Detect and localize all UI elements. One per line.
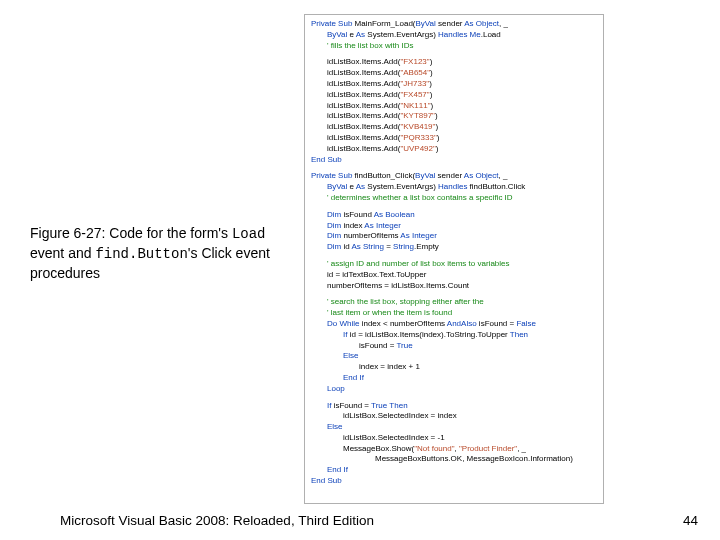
caption-text-2: event and [30, 245, 95, 261]
caption-text: Figure 6-27: Code for the form's [30, 225, 232, 241]
caption-code-2: find.Button [95, 246, 187, 262]
code-listing: Private Sub MainForm_Load(ByVal sender A… [304, 14, 604, 504]
caption-code-1: Load [232, 226, 266, 242]
figure-caption: Figure 6-27: Code for the form's Load ev… [30, 224, 295, 283]
page-number: 44 [683, 513, 698, 528]
footer-book-title: Microsoft Visual Basic 2008: Reloaded, T… [60, 513, 374, 528]
kw: Private Sub [311, 19, 352, 28]
comment: ' fills the list box with IDs [327, 41, 413, 50]
